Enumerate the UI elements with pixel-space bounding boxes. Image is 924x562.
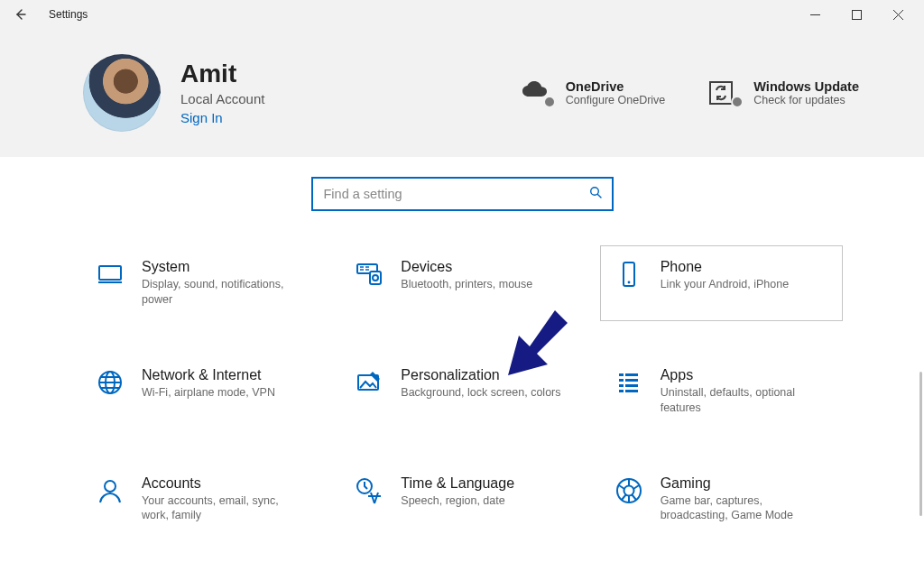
phone-icon [614,259,644,290]
category-desc: Background, lock screen, colors [401,385,560,401]
system-icon [95,259,125,290]
onedrive-title: OneDrive [566,79,665,94]
svg-rect-3 [99,266,121,280]
svg-point-20 [105,481,116,492]
category-desc: Wi-Fi, airplane mode, VPN [142,385,275,401]
gaming-icon [614,475,644,506]
svg-rect-15 [625,379,638,382]
svg-rect-18 [619,390,624,392]
category-title: Network & Internet [142,367,275,383]
maximize-icon [852,10,862,20]
personalization-icon [354,367,384,398]
status-windows-update[interactable]: Windows Update Check for updates [708,79,859,106]
onedrive-subtitle: Configure OneDrive [566,94,665,106]
update-title: Windows Update [753,79,859,94]
avatar [83,54,161,132]
sign-in-link[interactable]: Sign In [180,110,264,125]
network-icon [95,367,125,398]
svg-rect-16 [619,384,624,387]
category-title: Apps [661,367,823,383]
status-onedrive[interactable]: OneDrive Configure OneDrive [521,79,665,106]
category-title: System [142,259,304,275]
user-name: Amit [180,60,264,87]
onedrive-icon [521,80,553,106]
search-box[interactable] [311,177,614,211]
user-block[interactable]: Amit Local Account Sign In [83,54,264,132]
header-panel: Amit Local Account Sign In OneDrive Conf… [0,29,924,157]
svg-rect-13 [625,373,638,376]
close-icon [893,10,903,20]
category-title: Gaming [661,475,823,492]
time-language-icon [354,475,384,506]
maximize-button[interactable] [836,0,877,29]
search-input[interactable] [324,187,589,201]
window-title: Settings [49,8,88,21]
svg-point-8 [627,281,630,284]
minimize-icon [810,10,820,20]
svg-rect-19 [625,390,638,392]
category-title: Devices [401,259,532,275]
category-accounts[interactable]: Accounts Your accounts, email, sync, wor… [81,462,324,538]
category-desc: Link your Android, iPhone [661,277,789,292]
category-desc: Bluetooth, printers, mouse [401,277,532,292]
category-desc: Game bar, captures, broadcasting, Game M… [661,493,823,524]
category-apps[interactable]: Apps Uninstall, defaults, optional featu… [600,354,843,429]
category-network[interactable]: Network & Internet Wi-Fi, airplane mode,… [81,354,324,429]
category-system[interactable]: System Display, sound, notifications, po… [81,245,324,321]
category-devices[interactable]: Devices Bluetooth, printers, mouse [340,245,583,321]
category-title: Personalization [401,367,560,383]
back-button[interactable] [13,7,27,22]
minimize-button[interactable] [794,0,836,29]
svg-rect-1 [710,82,732,104]
window-controls [794,0,919,29]
arrow-left-icon [13,7,27,22]
svg-rect-17 [625,384,638,387]
devices-icon [354,259,384,290]
category-desc: Your accounts, email, sync, work, family [142,493,304,524]
category-desc: Uninstall, defaults, optional features [661,385,823,416]
title-bar: Settings [0,0,924,29]
category-title: Accounts [142,475,304,492]
svg-rect-5 [370,272,381,284]
svg-rect-14 [619,379,624,382]
svg-rect-0 [852,10,861,19]
category-gaming[interactable]: Gaming Game bar, captures, broadcasting,… [600,462,843,538]
search-icon [589,186,603,203]
update-subtitle: Check for updates [753,94,859,106]
svg-rect-12 [619,373,624,376]
update-icon [708,80,741,106]
category-phone[interactable]: Phone Link your Android, iPhone [600,245,843,321]
close-button[interactable] [877,0,919,29]
category-title: Time & Language [401,475,514,492]
categories-grid: System Display, sound, notifications, po… [47,245,877,537]
scroll-thumb[interactable] [919,372,922,516]
category-desc: Display, sound, notifications, power [142,277,304,308]
accounts-icon [95,475,125,506]
account-type-label: Local Account [180,91,264,106]
apps-icon [614,367,644,398]
category-desc: Speech, region, date [401,493,514,509]
scrollbar[interactable] [917,29,922,562]
category-time-language[interactable]: Time & Language Speech, region, date [340,462,583,538]
category-title: Phone [661,259,789,275]
category-personalization[interactable]: Personalization Background, lock screen,… [340,354,583,429]
search-wrap [0,177,924,211]
